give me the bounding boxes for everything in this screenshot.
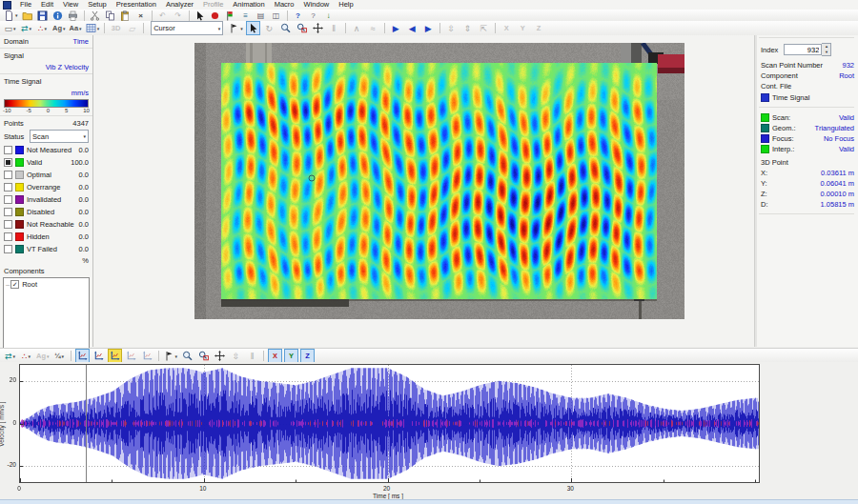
record-icon[interactable] [209, 10, 222, 22]
status-row: VT Failed0.0 [0, 243, 92, 255]
menu-animation[interactable]: Animation [228, 0, 269, 10]
copy-icon[interactable] [104, 10, 117, 22]
axis-x-toggle-icon[interactable]: X [268, 349, 282, 363]
component-checkbox[interactable]: ✓ [10, 280, 19, 289]
scan-points-icon[interactable]: ∴▾ [35, 21, 50, 35]
tree-item-root[interactable]: –✓Root [6, 280, 87, 289]
status-checkbox[interactable] [4, 208, 12, 216]
new-document-icon[interactable]: ▾ [3, 10, 19, 22]
status-checkbox[interactable] [4, 195, 12, 204]
pan-tool-icon[interactable] [311, 21, 325, 35]
link-channels-icon[interactable]: ⇄▾ [19, 21, 33, 35]
status-checkbox[interactable] [4, 171, 12, 179]
flag-marker-icon[interactable]: ▾ [228, 21, 244, 35]
font-ag-icon[interactable]: Ag▾ [51, 21, 67, 35]
x-tick-label: 30 [561, 485, 580, 492]
redo-icon: ↷ [172, 10, 185, 22]
status-color-swatch [15, 195, 24, 204]
info-icon[interactable] [51, 10, 65, 22]
menu-macro[interactable]: Macro [270, 0, 299, 10]
print-icon[interactable] [67, 10, 80, 22]
display-mode-icon[interactable]: ▭▾ [3, 21, 17, 35]
waveform-canvas[interactable] [20, 365, 759, 482]
coord-value: 1.05815 m [821, 200, 854, 209]
menu-view[interactable]: View [58, 0, 83, 10]
delete-icon[interactable]: × [134, 10, 148, 22]
zoom-tool-icon[interactable] [180, 349, 194, 363]
status-row: Disabled0.0 [0, 206, 92, 218]
toolbar-separator [439, 23, 440, 33]
status-percent: 0.0 [79, 208, 89, 216]
status-name: Optimal [27, 171, 79, 179]
divider [0, 48, 92, 49]
mode-combo[interactable]: Cursor▾ [151, 21, 223, 35]
status-checkbox[interactable] [4, 158, 12, 167]
split-window-icon[interactable]: ◫ [270, 10, 283, 22]
status-color-swatch [15, 158, 24, 167]
menu-file[interactable]: File [15, 0, 36, 10]
zoom-tool-icon[interactable] [278, 21, 293, 35]
flag-marker-icon[interactable]: ▾ [163, 349, 179, 363]
status-checkbox[interactable] [4, 220, 12, 229]
zoom-region-tool-icon[interactable] [295, 21, 309, 35]
export-down-icon[interactable]: ↓ [322, 10, 336, 22]
scale-quarter-icon[interactable]: ¼▾ [52, 349, 67, 363]
index-spin-buttons[interactable]: ▲▼ [822, 43, 831, 56]
step-back-icon[interactable]: ◀ [405, 21, 419, 35]
status-checkbox[interactable] [4, 232, 12, 241]
point-status-swatch [761, 134, 769, 143]
paste-icon[interactable] [119, 10, 133, 22]
status-checkbox[interactable] [4, 146, 12, 154]
status-percent: 0.0 [79, 232, 89, 241]
spin-down-icon[interactable]: ▼ [822, 50, 830, 55]
axis-z-glyph: Z [537, 24, 541, 32]
pointer-tool-icon[interactable] [246, 21, 260, 35]
info-label: Component [761, 71, 839, 80]
zoom-region-tool-icon[interactable] [196, 349, 211, 363]
axes-log-icon[interactable] [92, 349, 106, 363]
redo-glyph: ↷ [174, 11, 181, 20]
axis-z-toggle-icon[interactable]: Z [300, 349, 315, 363]
status-name: Invalidated [27, 195, 79, 204]
pan-tool-icon[interactable] [213, 349, 227, 363]
status-filter-select[interactable]: Scan▾ [30, 130, 89, 143]
play-icon[interactable]: ▶ [421, 21, 436, 35]
play-back-icon[interactable]: ▶ [389, 21, 403, 35]
axes-linear-icon[interactable] [75, 349, 90, 363]
point-status-label: Geom.: [772, 124, 815, 132]
scan-points-icon[interactable]: ∴▾ [19, 349, 33, 363]
scan-marker-icon[interactable] [224, 10, 237, 22]
menu-presentation[interactable]: Presentation [112, 0, 161, 10]
axis-z-icon: Z [532, 21, 546, 35]
scan-image[interactable] [194, 43, 684, 319]
select-pointer-icon[interactable] [194, 10, 207, 22]
menu-setup[interactable]: Setup [83, 0, 112, 10]
menu-analyzer[interactable]: Analyzer [161, 0, 198, 10]
menu-edit[interactable]: Edit [36, 0, 58, 10]
item-list-icon[interactable]: ▤ [255, 10, 268, 22]
layers-icon[interactable]: ≡ [239, 10, 253, 22]
prev-marker-glyph: ∧ [354, 24, 360, 33]
font-aa-icon[interactable]: Aa▾ [69, 21, 83, 35]
menu-window[interactable]: Window [299, 0, 335, 10]
menu-profile[interactable]: Profile [198, 0, 228, 10]
menu-help[interactable]: Help [334, 0, 358, 10]
cut-icon[interactable] [89, 10, 102, 22]
status-checkbox[interactable] [4, 245, 12, 253]
delete-glyph: × [138, 11, 143, 20]
status-checkbox[interactable] [4, 183, 12, 192]
help-icon[interactable]: ? [292, 10, 305, 22]
x-tick-label: 20 [378, 485, 397, 492]
index-input[interactable] [784, 44, 822, 55]
axis-y-toggle-icon[interactable]: Y [284, 349, 298, 363]
link-channels-icon[interactable]: ⇄▾ [3, 349, 17, 363]
grid-style-icon[interactable]: ▾ [85, 21, 101, 35]
status-color-swatch [15, 146, 24, 154]
open-icon[interactable] [21, 10, 34, 22]
axes-db-icon[interactable] [108, 349, 122, 363]
context-help-icon[interactable]: ? [307, 10, 320, 22]
prev-marker-icon: ∧ [350, 21, 364, 35]
save-icon[interactable] [36, 10, 50, 22]
status-label: Status [4, 132, 24, 141]
pause-icon: ‖ [245, 349, 259, 363]
